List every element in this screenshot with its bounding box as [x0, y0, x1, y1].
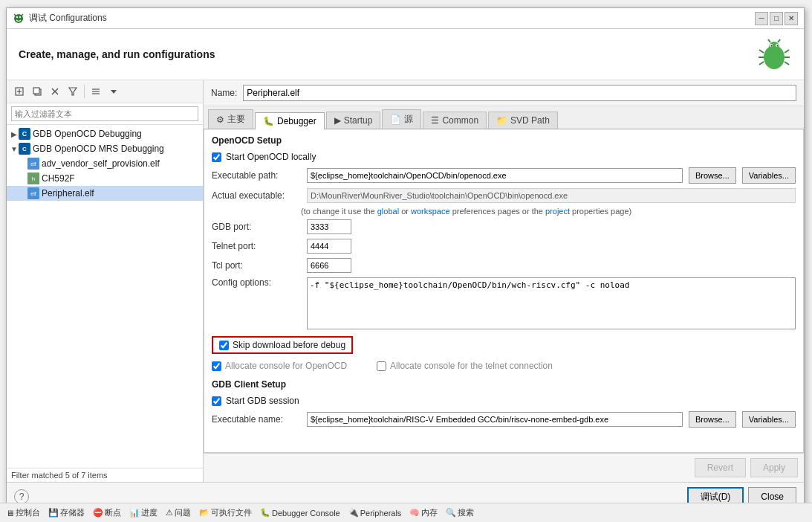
actual-executable-input	[307, 188, 796, 203]
tree-item-ch592f[interactable]: h CH592F	[7, 171, 203, 186]
name-row: Name:	[204, 80, 804, 106]
executable-name-label: Executable name:	[212, 414, 301, 425]
window-title: 调试 Configurations	[29, 12, 107, 25]
taskbar-search[interactable]: 🔍 搜索	[443, 506, 477, 519]
toolbar-separator	[84, 85, 85, 98]
start-gdb-label: Start GDB session	[226, 396, 299, 406]
start-gdb-checkbox[interactable]	[212, 396, 221, 406]
svg-rect-23	[33, 88, 39, 94]
right-panel: Name: ⚙ 主要 🐛 Debugger ▶ Startup 📄	[204, 80, 804, 482]
browse-executable-button[interactable]: Browse...	[689, 167, 736, 184]
expand-button[interactable]	[105, 83, 122, 100]
config-options-textarea[interactable]	[307, 277, 796, 329]
allocate-openocd-checkbox[interactable]	[212, 361, 221, 371]
gdb-port-row: GDB port:	[204, 217, 803, 236]
executable-path-row: Executable path: Browse... Variables...	[204, 165, 803, 186]
minimize-button[interactable]: ─	[755, 12, 768, 25]
title-bar: 调试 Configurations ─ □ ✕	[7, 8, 804, 29]
skip-download-label: Skip download before debug	[233, 340, 345, 350]
delete-config-button[interactable]	[47, 83, 63, 100]
telnet-port-label: Telnet port:	[212, 241, 301, 251]
allocate-telnet-label: Allocate console for the telnet connecti…	[390, 361, 553, 371]
title-bar-controls: ─ □ ✕	[755, 12, 798, 25]
skip-download-checkbox[interactable]	[219, 341, 229, 350]
filter-button[interactable]	[65, 83, 81, 100]
taskbar-mem[interactable]: 🧠 内存	[406, 506, 441, 519]
source-tab-icon: 📄	[390, 115, 401, 125]
tree-item-gdb-openocd[interactable]: ▶ C GDB OpenOCD Debugging	[7, 126, 203, 141]
taskbar-progress[interactable]: 📊 进度	[126, 506, 160, 519]
global-link[interactable]: global	[377, 207, 399, 216]
tab-main[interactable]: ⚙ 主要	[208, 109, 253, 129]
browse-executable-name-button[interactable]: Browse...	[689, 411, 736, 428]
tab-common[interactable]: ☰ Common	[423, 112, 487, 129]
dialog-body: ▶ C GDB OpenOCD Debugging ▼ C GDB OpenOC…	[7, 80, 804, 482]
tab-startup-label: Startup	[344, 115, 373, 126]
gdb-port-label: GDB port:	[212, 222, 301, 232]
collapse-button[interactable]	[88, 83, 104, 100]
svg-marker-26	[69, 88, 77, 95]
footer-left: ?	[14, 489, 29, 504]
elf-icon-peripheral: elf	[27, 187, 39, 199]
executable-name-input[interactable]	[307, 412, 683, 427]
svg-line-16	[785, 62, 789, 65]
taskbar-executables[interactable]: 📂 可执行文件	[196, 506, 255, 519]
variables-executable-button[interactable]: Variables...	[742, 167, 796, 184]
project-link[interactable]: project	[545, 207, 570, 216]
filter-input[interactable]	[11, 106, 198, 121]
tree-view: ▶ C GDB OpenOCD Debugging ▼ C GDB OpenOC…	[7, 125, 203, 468]
taskbar-console[interactable]: 🖥 控制台	[3, 506, 43, 519]
start-locally-row: Start OpenOCD locally	[204, 149, 803, 165]
dialog-window: 调试 Configurations ─ □ ✕ Create, manage, …	[6, 7, 805, 512]
tree-label-gdb-openocd-mrs: GDB OpenOCD MRS Debugging	[33, 144, 164, 154]
executable-path-input[interactable]	[307, 168, 683, 183]
tcl-port-input[interactable]	[307, 258, 351, 273]
dialog-subtitle: Create, manage, and run configurations	[19, 48, 215, 60]
variables-executable-name-button[interactable]: Variables...	[742, 411, 796, 428]
tree-item-peripheral-elf[interactable]: elf Peripheral.elf	[7, 186, 203, 201]
name-input[interactable]	[243, 85, 796, 101]
mem-icon: 🧠	[409, 508, 420, 518]
tab-debugger[interactable]: 🐛 Debugger	[255, 112, 325, 129]
maximize-button[interactable]: □	[770, 12, 783, 25]
info-prefix: (to change it use the	[301, 207, 377, 216]
tab-common-label: Common	[442, 115, 478, 126]
actual-executable-label: Actual executable:	[212, 190, 301, 201]
apply-button[interactable]: Apply	[750, 458, 798, 477]
help-button[interactable]: ?	[14, 489, 29, 504]
tree-arrow: ▶	[10, 129, 19, 138]
revert-button[interactable]: Revert	[695, 458, 746, 477]
svg-point-10	[777, 45, 779, 47]
info-text-row: (to change it use the global or workspac…	[204, 205, 803, 217]
taskbar-memory[interactable]: 💾 存储器	[45, 506, 88, 519]
tree-item-adv-vendor[interactable]: elf adv_vendor_self_provision.elf	[7, 156, 203, 171]
workspace-link[interactable]: workspace	[411, 207, 450, 216]
new-config-button[interactable]	[11, 83, 27, 100]
allocate-telnet-checkbox[interactable]	[377, 361, 386, 371]
gdb-port-input[interactable]	[307, 219, 351, 234]
taskbar-problems[interactable]: ⚠ 问题	[163, 506, 194, 519]
taskbar-search-label: 搜索	[458, 507, 474, 518]
allocate-openocd-label: Allocate console for OpenOCD	[225, 361, 347, 371]
taskbar-debugger-console[interactable]: 🐛 Debugger Console	[257, 507, 343, 518]
tab-main-label: 主要	[227, 113, 245, 126]
taskbar-peripherals[interactable]: 🔌 Peripherals	[345, 507, 405, 518]
tab-source[interactable]: 📄 源	[382, 109, 421, 129]
telnet-port-input[interactable]	[307, 239, 351, 254]
close-button[interactable]: ✕	[785, 12, 798, 25]
skip-download-row: Skip download before debug	[212, 336, 353, 354]
tab-startup[interactable]: ▶ Startup	[326, 112, 381, 129]
svg-point-9	[771, 45, 773, 47]
filter-input-container	[7, 103, 203, 125]
title-bar-left: 调试 Configurations	[13, 12, 107, 25]
gdb-mrs-icon: C	[19, 143, 30, 155]
taskbar-breakpoints[interactable]: ⛔ 断点	[90, 506, 124, 519]
gdb-c-icon: C	[19, 128, 30, 140]
copy-config-button[interactable]	[29, 83, 45, 100]
svg-point-2	[19, 16, 21, 17]
start-locally-checkbox[interactable]	[212, 152, 221, 162]
tab-svd-path[interactable]: 📁 SVD Path	[488, 112, 558, 129]
tree-item-gdb-openocd-mrs[interactable]: ▼ C GDB OpenOCD MRS Debugging	[7, 141, 203, 156]
allocate-telnet-item: Allocate console for the telnet connecti…	[377, 361, 553, 371]
memory-icon: 💾	[48, 508, 59, 518]
